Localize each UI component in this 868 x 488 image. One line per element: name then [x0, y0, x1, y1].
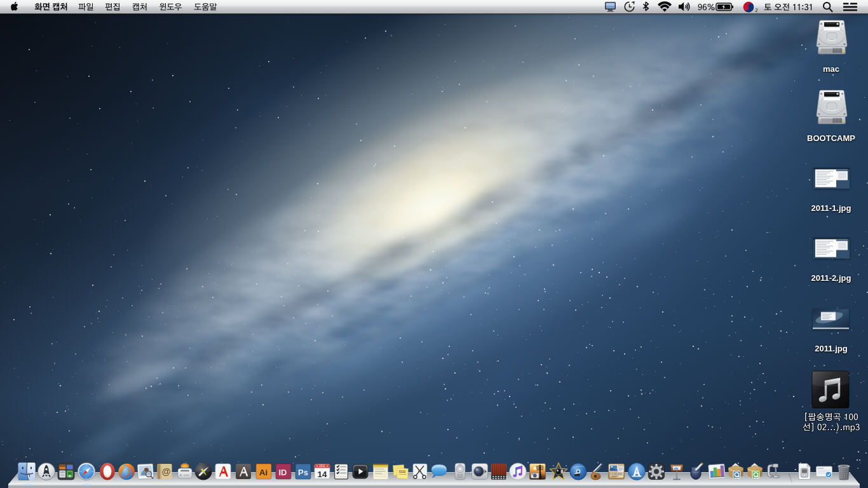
svg-text:Ai: Ai — [259, 468, 268, 477]
svg-text:14: 14 — [317, 470, 327, 479]
svg-text:2011: 2011 — [319, 464, 325, 468]
svg-text:@: @ — [161, 466, 170, 477]
svg-text:Note: Note — [399, 470, 406, 474]
svg-text:Ps: Ps — [298, 468, 308, 477]
svg-text:ID: ID — [279, 468, 287, 477]
